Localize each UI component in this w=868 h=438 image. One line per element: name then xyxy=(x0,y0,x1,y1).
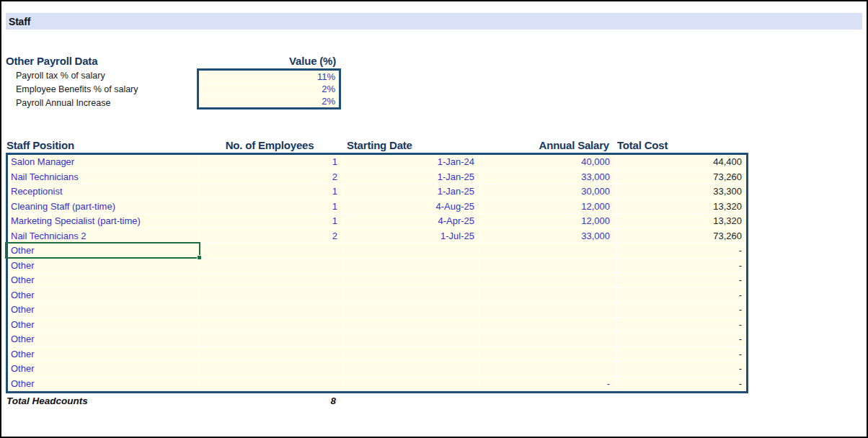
cell-total-cost[interactable]: 73,260 xyxy=(616,229,746,243)
table-row: Salon Manager 1 1-Jan-24 40,000 44,400 xyxy=(8,155,746,170)
cell-starting-date[interactable] xyxy=(343,303,480,317)
cell-staff-position[interactable]: Nail Technicians xyxy=(8,170,200,184)
cell-no-of-employees[interactable]: 1 xyxy=(200,184,343,199)
cell-starting-date[interactable] xyxy=(343,259,480,273)
payroll-label: Payroll Annual Increase xyxy=(16,97,196,110)
cell-annual-salary[interactable] xyxy=(480,259,616,273)
cell-total-cost[interactable]: 44,400 xyxy=(616,155,746,169)
payroll-label: Employee Benefits % of salary xyxy=(16,83,196,97)
cell-starting-date[interactable]: 4-Apr-25 xyxy=(343,214,480,228)
cell-annual-salary[interactable]: - xyxy=(480,377,616,392)
cell-starting-date[interactable] xyxy=(343,347,480,362)
total-headcounts-value: 8 xyxy=(198,395,336,406)
total-headcounts-label: Total Headcounts xyxy=(6,395,88,406)
cell-starting-date[interactable] xyxy=(343,332,480,347)
cell-total-cost[interactable]: - xyxy=(616,303,746,317)
cell-annual-salary[interactable]: 12,000 xyxy=(480,200,616,214)
cell-staff-position[interactable]: Receptionist xyxy=(8,184,200,199)
cell-no-of-employees[interactable]: 1 xyxy=(200,155,343,169)
cell-starting-date[interactable]: 4-Aug-25 xyxy=(343,200,480,214)
cell-staff-position[interactable]: Other xyxy=(8,362,200,376)
cell-starting-date[interactable]: 1-Jan-24 xyxy=(343,155,480,169)
cell-no-of-employees[interactable] xyxy=(200,332,343,347)
cell-annual-salary[interactable]: 33,000 xyxy=(480,170,616,184)
cell-no-of-employees[interactable] xyxy=(200,259,343,273)
active-cell-selection[interactable] xyxy=(5,242,200,259)
cell-total-cost[interactable]: - xyxy=(616,318,746,332)
cell-total-cost[interactable]: - xyxy=(616,362,746,376)
cell-total-cost[interactable]: - xyxy=(616,377,746,392)
cell-staff-position[interactable]: Other xyxy=(8,273,200,287)
table-row: Cleaning Staff (part-time) 1 4-Aug-25 12… xyxy=(8,200,746,215)
cell-staff-position[interactable]: Other xyxy=(8,259,200,273)
column-header-total-cost: Total Cost xyxy=(617,138,668,152)
cell-staff-position[interactable]: Other xyxy=(8,288,200,303)
payroll-labels: Payroll tax % of salary Employee Benefit… xyxy=(16,69,196,110)
cell-starting-date[interactable] xyxy=(343,273,480,287)
cell-starting-date[interactable]: 1-Jan-25 xyxy=(343,170,480,184)
cell-no-of-employees[interactable] xyxy=(200,303,343,317)
cell-annual-salary[interactable]: 12,000 xyxy=(480,214,616,228)
cell-annual-salary[interactable]: 40,000 xyxy=(480,155,616,169)
cell-no-of-employees[interactable] xyxy=(200,273,343,287)
cell-annual-salary[interactable] xyxy=(480,243,616,258)
cell-starting-date[interactable] xyxy=(343,243,480,258)
cell-staff-position[interactable]: Cleaning Staff (part-time) xyxy=(8,200,200,214)
cell-annual-salary[interactable] xyxy=(480,288,616,303)
cell-staff-position[interactable]: Other xyxy=(8,318,200,332)
payroll-value-cell[interactable]: 2% xyxy=(199,95,339,107)
table-row: Nail Technicians 2 1-Jan-25 33,000 73,26… xyxy=(8,170,746,185)
cell-no-of-employees[interactable] xyxy=(200,347,343,362)
cell-starting-date[interactable] xyxy=(343,288,480,303)
cell-starting-date[interactable] xyxy=(343,362,480,376)
cell-starting-date[interactable] xyxy=(343,377,480,392)
cell-total-cost[interactable]: - xyxy=(616,288,746,303)
table-row: Other - xyxy=(8,259,746,274)
cell-annual-salary[interactable]: 30,000 xyxy=(480,184,616,199)
column-header-annual-salary: Annual Salary xyxy=(478,138,614,152)
cell-total-cost[interactable]: - xyxy=(616,243,746,258)
fill-handle[interactable] xyxy=(197,255,202,260)
payroll-value-cell[interactable]: 2% xyxy=(199,83,339,95)
cell-no-of-employees[interactable]: 2 xyxy=(200,170,343,184)
cell-staff-position[interactable]: Marketing Specialist (part-time) xyxy=(8,214,200,228)
cell-total-cost[interactable]: - xyxy=(616,259,746,273)
cell-no-of-employees[interactable]: 2 xyxy=(200,229,343,243)
table-row: Other - xyxy=(8,362,746,377)
cell-annual-salary[interactable] xyxy=(480,303,616,317)
cell-annual-salary[interactable] xyxy=(480,332,616,347)
cell-staff-position[interactable]: Other xyxy=(8,303,200,317)
cell-annual-salary[interactable] xyxy=(480,318,616,332)
cell-staff-position[interactable]: Other xyxy=(8,347,200,362)
cell-staff-position[interactable]: Nail Technicians 2 xyxy=(8,229,200,243)
cell-total-cost[interactable]: 13,320 xyxy=(616,200,746,214)
cell-annual-salary[interactable] xyxy=(480,347,616,362)
cell-staff-position[interactable]: Other xyxy=(8,377,200,392)
cell-total-cost[interactable]: 33,300 xyxy=(616,184,746,199)
cell-staff-position[interactable]: Other xyxy=(8,332,200,347)
cell-starting-date[interactable]: 1-Jan-25 xyxy=(343,184,480,199)
cell-no-of-employees[interactable]: 1 xyxy=(200,200,343,214)
cell-total-cost[interactable]: - xyxy=(616,273,746,287)
cell-total-cost[interactable]: 13,320 xyxy=(616,214,746,228)
cell-no-of-employees[interactable] xyxy=(200,288,343,303)
cell-annual-salary[interactable] xyxy=(480,273,616,287)
payroll-value-cell[interactable]: 11% xyxy=(199,71,339,83)
table-row: Marketing Specialist (part-time) 1 4-Apr… xyxy=(8,214,746,229)
cell-staff-position[interactable]: Salon Manager xyxy=(8,155,200,169)
column-header-starting-date: Starting Date xyxy=(347,138,412,152)
cell-no-of-employees[interactable] xyxy=(200,362,343,376)
table-row: Receptionist 1 1-Jan-25 30,000 33,300 xyxy=(8,184,746,200)
cell-annual-salary[interactable]: 33,000 xyxy=(480,229,616,243)
cell-no-of-employees[interactable]: 1 xyxy=(200,214,343,228)
cell-starting-date[interactable]: 1-Jul-25 xyxy=(343,229,480,243)
cell-no-of-employees[interactable] xyxy=(200,243,343,258)
cell-total-cost[interactable]: - xyxy=(616,332,746,347)
payroll-values-box: 11% 2% 2% xyxy=(197,68,341,110)
cell-annual-salary[interactable] xyxy=(480,362,616,376)
cell-no-of-employees[interactable] xyxy=(200,318,343,332)
cell-starting-date[interactable] xyxy=(343,318,480,332)
cell-no-of-employees[interactable] xyxy=(200,377,343,392)
cell-total-cost[interactable]: 73,260 xyxy=(616,170,746,184)
cell-total-cost[interactable]: - xyxy=(616,347,746,362)
